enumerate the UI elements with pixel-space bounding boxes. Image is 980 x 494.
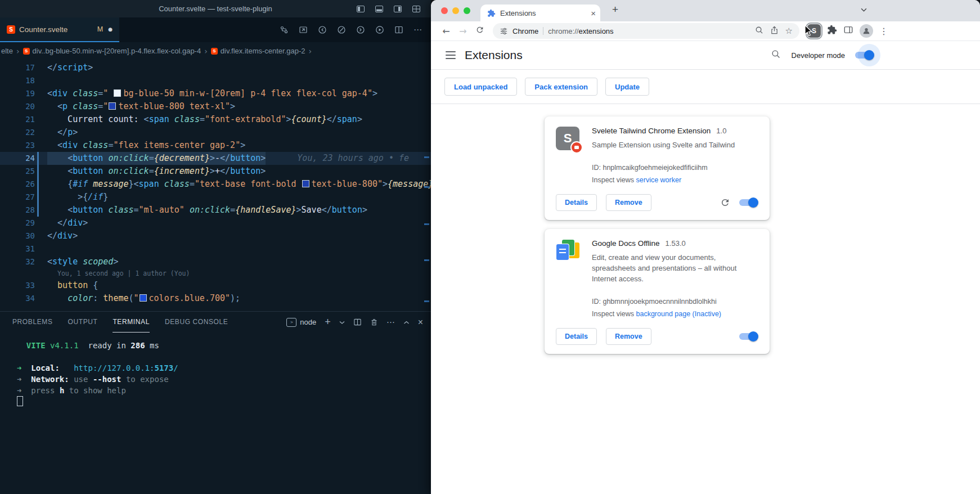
split-terminal-icon[interactable]: [353, 318, 362, 326]
svelte-icon: S: [211, 48, 218, 55]
back-button[interactable]: ←: [439, 26, 453, 37]
split-editor-icon[interactable]: [394, 25, 403, 34]
tab-search-icon[interactable]: [861, 6, 867, 14]
zoom-icon[interactable]: [755, 26, 763, 36]
run-icon[interactable]: [375, 25, 384, 34]
profile-avatar[interactable]: [860, 24, 873, 38]
code-line: 18: [0, 74, 431, 87]
kill-terminal-icon[interactable]: [370, 318, 378, 326]
remove-button[interactable]: Remove: [606, 328, 651, 345]
terminal-instance[interactable]: > node: [286, 318, 316, 327]
color-decorator-icon: [302, 180, 309, 187]
open-preview-icon[interactable]: [299, 25, 308, 34]
close-panel-icon[interactable]: ×: [418, 317, 423, 327]
extension-card: SSvelete Tailwind Chrome Extension1.0Sam…: [545, 116, 770, 220]
inspect-view-link[interactable]: background page (Inactive): [636, 310, 721, 318]
panel-tab-output[interactable]: OUTPUT: [68, 312, 98, 333]
site-settings-tune-icon[interactable]: [500, 27, 508, 35]
code-line: 17</script>: [0, 61, 431, 74]
pack-extension-button[interactable]: Pack extension: [525, 78, 597, 96]
open-changes-icon[interactable]: [280, 25, 289, 34]
details-button[interactable]: Details: [556, 328, 597, 345]
zoom-window-button[interactable]: [464, 7, 470, 14]
extension-enabled-toggle[interactable]: [739, 333, 757, 340]
breadcrumb-item[interactable]: Sdiv.flex.items-center.gap-2: [211, 47, 305, 55]
omnibox-divider: [543, 27, 543, 35]
extensions-page-header: Extensions Developer mode: [431, 41, 980, 69]
reload-button[interactable]: [473, 25, 487, 37]
code-line: 31: [0, 242, 431, 255]
code-line: 30</div>: [0, 230, 431, 242]
breadcrumb-item[interactable]: Sdiv..bg-blue-50.min-w-[20rem].p-4.flex.…: [23, 47, 201, 55]
details-button[interactable]: Details: [556, 194, 597, 211]
overview-ruler-mark: [424, 259, 429, 261]
developer-mode-toggle[interactable]: [855, 52, 873, 59]
gitlens-compare-icon[interactable]: [337, 25, 346, 34]
breadcrumb-item[interactable]: elte: [1, 47, 13, 55]
more-terminal-actions-icon[interactable]: ⋯: [386, 317, 395, 327]
svelte-file-icon: S: [7, 25, 15, 34]
line-number: 28: [0, 204, 47, 217]
update-button[interactable]: Update: [605, 78, 649, 96]
minimize-window-button[interactable]: [452, 7, 459, 14]
tab-close-icon[interactable]: ×: [591, 8, 596, 18]
code-line: 32<style scoped>: [0, 255, 431, 268]
toggle-panel-icon[interactable]: [375, 5, 384, 14]
extension-version: 1.53.0: [666, 239, 686, 248]
new-terminal-button[interactable]: +: [325, 316, 331, 328]
panel-tab-terminal[interactable]: TERMINAL: [113, 312, 149, 333]
color-decorator-icon: [109, 102, 116, 110]
inspect-view-link[interactable]: service worker: [636, 176, 682, 184]
extension-version: 1.0: [716, 127, 726, 135]
terminal-line: ➜ press h to show help: [17, 385, 431, 396]
overview-ruler-mark: [424, 300, 429, 302]
code-line-current: 24 <button on:click={decrement}>-</butto…: [0, 152, 431, 165]
overview-ruler-mark: [424, 223, 429, 225]
remove-button[interactable]: Remove: [606, 194, 651, 211]
breadcrumb-separator-icon: ›: [204, 47, 208, 56]
extensions-puzzle-icon[interactable]: [827, 25, 837, 37]
forward-button[interactable]: →: [456, 26, 470, 37]
extension-name: Google Docs Offline: [592, 239, 660, 248]
window-controls: [441, 7, 470, 14]
code-line: 26 {#if message}<span class="text-base f…: [0, 178, 431, 191]
tab-counter-svelte[interactable]: S Counter.svelte M ●: [0, 17, 119, 42]
toggle-primary-sidebar-icon[interactable]: [356, 5, 365, 14]
line-number: 33: [0, 279, 47, 292]
menu-hamburger-icon[interactable]: [446, 51, 456, 59]
extensions-actions-row: Load unpackedPack extensionUpdate: [431, 70, 980, 104]
previous-change-icon[interactable]: [318, 25, 327, 34]
extension-inspect-views: Inspect views background page (Inactive): [592, 310, 758, 318]
customize-layout-icon[interactable]: [412, 5, 421, 14]
editor-actions: ⋯: [280, 17, 431, 42]
search-icon[interactable]: [771, 49, 781, 62]
panel-tab-debug-console[interactable]: DEBUG CONSOLE: [165, 312, 228, 333]
svelte-extension-button[interactable]: S: [807, 24, 821, 38]
terminal-dropdown-icon[interactable]: [339, 320, 345, 325]
toggle-secondary-sidebar-icon[interactable]: [393, 5, 402, 14]
share-icon[interactable]: [770, 26, 779, 36]
code-line: 21 Current count: <span class="font-extr…: [0, 113, 431, 126]
browser-menu-icon[interactable]: ⋮: [879, 26, 888, 37]
color-decorator-icon: [140, 294, 147, 302]
code-editor[interactable]: 17</script>1819<div class=" bg-blue-50 m…: [0, 60, 431, 311]
bookmark-star-icon[interactable]: ☆: [785, 26, 793, 36]
next-change-icon[interactable]: [356, 25, 365, 34]
maximize-panel-icon[interactable]: [403, 320, 410, 325]
browser-tab-extensions[interactable]: Extensions ×: [480, 5, 600, 21]
shell-label: node: [300, 318, 316, 326]
developer-mode-label: Developer mode: [792, 51, 845, 60]
color-decorator-icon: [114, 89, 121, 97]
close-window-button[interactable]: [441, 7, 448, 14]
extension-enabled-toggle[interactable]: [739, 199, 757, 206]
tab-title: Extensions: [500, 9, 536, 17]
address-bar[interactable]: Chrome chrome:// extensions ☆: [493, 23, 799, 39]
reload-extension-icon[interactable]: [720, 197, 730, 208]
editor-tabbar: S Counter.svelte M ● ⋯: [0, 17, 431, 42]
terminal-output[interactable]: VITE v4.1.1 ready in 286 ms ➜ Local: htt…: [0, 333, 431, 494]
panel-tab-problems[interactable]: PROBLEMS: [12, 312, 53, 333]
load-unpacked-button[interactable]: Load unpacked: [444, 78, 517, 96]
more-actions-icon[interactable]: ⋯: [413, 25, 422, 35]
new-tab-button[interactable]: +: [612, 3, 618, 16]
side-panel-icon[interactable]: [843, 25, 853, 37]
